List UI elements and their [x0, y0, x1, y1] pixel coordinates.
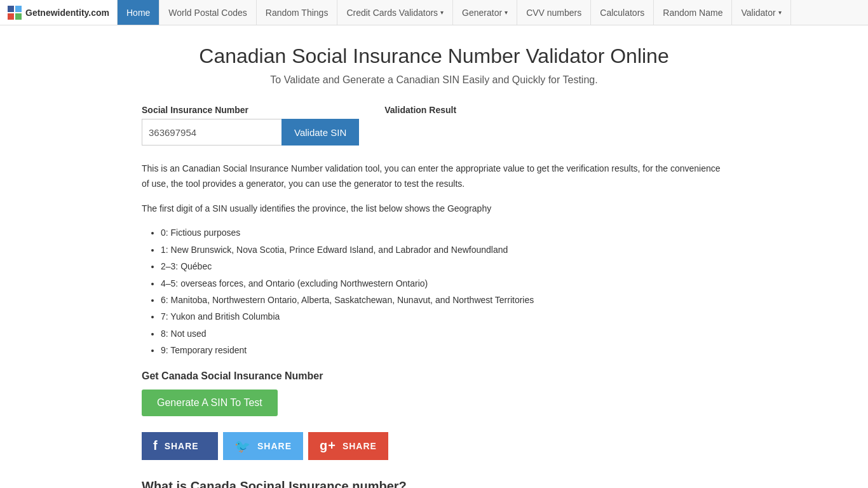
nav-item-cvv[interactable]: CVV numbers	[517, 0, 591, 25]
page-title: Canadian Social Insurance Number Validat…	[142, 44, 726, 68]
nav-item-random[interactable]: Random Things	[257, 0, 338, 25]
facebook-share-button[interactable]: f SHARE	[142, 432, 218, 460]
facebook-share-label: SHARE	[165, 441, 199, 451]
nav-item-validator[interactable]: Validator ▾	[732, 0, 790, 25]
social-share-row: f SHARE 🐦 SHARE g+ SHARE	[142, 432, 726, 460]
svg-rect-1	[15, 6, 22, 12]
list-item: 4–5: overseas forces, and Ontario (exclu…	[161, 276, 726, 290]
generate-label: Get Canada Social Insurance Number	[142, 370, 726, 382]
nav-item-credit[interactable]: Credit Cards Validators ▾	[337, 0, 453, 25]
twitter-share-label: SHARE	[257, 441, 292, 451]
description-1: This is an Canadian Social Insurance Num…	[142, 161, 726, 192]
list-item: 2–3: Québec	[161, 259, 726, 273]
form-section: Social Insurance Number Validate SIN Val…	[142, 105, 726, 146]
svg-rect-2	[8, 13, 14, 20]
sin-form-group: Social Insurance Number Validate SIN	[142, 105, 359, 146]
nav-menu: Home World Postal Codes Random Things Cr…	[118, 0, 791, 25]
validation-result-group: Validation Result	[384, 105, 456, 115]
sin-input[interactable]	[142, 119, 281, 146]
list-item: 7: Yukon and British Columbia	[161, 309, 726, 323]
generate-button[interactable]: Generate A SIN To Test	[142, 390, 278, 416]
nav-item-calculators[interactable]: Calculators	[591, 0, 654, 25]
sin-label: Social Insurance Number	[142, 105, 359, 115]
nav-item-generator[interactable]: Generator ▾	[453, 0, 517, 25]
google-share-label: SHARE	[342, 441, 377, 451]
page-subtitle: To Validate and Generate a Canadian SIN …	[142, 74, 726, 86]
list-item: 8: Not used	[161, 327, 726, 341]
brand[interactable]: Getnewidentity.com	[0, 0, 118, 25]
validation-result-label: Validation Result	[384, 105, 456, 115]
province-list: 0: Fictious purposes 1: New Brunswick, N…	[142, 226, 726, 357]
brand-name: Getnewidentity.com	[25, 8, 109, 18]
nav-item-home[interactable]: Home	[118, 0, 159, 25]
chevron-down-icon: ▾	[778, 9, 782, 16]
svg-rect-3	[15, 13, 22, 20]
svg-rect-0	[8, 6, 14, 12]
description-2: The first digit of a SIN usually identif…	[142, 201, 726, 217]
sin-input-row: Validate SIN	[142, 119, 359, 146]
twitter-share-button[interactable]: 🐦 SHARE	[223, 432, 303, 460]
main-content: Canadian Social Insurance Number Validat…	[129, 25, 739, 488]
twitter-icon: 🐦	[234, 438, 251, 454]
list-item: 1: New Brunswick, Nova Scotia, Prince Ed…	[161, 243, 726, 257]
chevron-down-icon: ▾	[440, 9, 444, 16]
facebook-icon: f	[153, 438, 158, 453]
list-item: 9: Temporary resident	[161, 343, 726, 357]
nav-item-postal[interactable]: World Postal Codes	[159, 0, 256, 25]
list-item: 6: Manitoba, Northwestern Ontario, Alber…	[161, 293, 726, 307]
brand-icon	[8, 6, 22, 20]
list-item: 0: Fictious purposes	[161, 226, 726, 240]
section-heading: What is Canada Socinal Isnurance number?	[142, 479, 726, 488]
validate-button[interactable]: Validate SIN	[281, 119, 359, 146]
google-share-button[interactable]: g+ SHARE	[308, 432, 388, 460]
nav-item-random-name[interactable]: Random Name	[654, 0, 732, 25]
chevron-down-icon: ▾	[505, 9, 508, 16]
google-icon: g+	[320, 438, 336, 453]
navbar: Getnewidentity.com Home World Postal Cod…	[0, 0, 868, 25]
